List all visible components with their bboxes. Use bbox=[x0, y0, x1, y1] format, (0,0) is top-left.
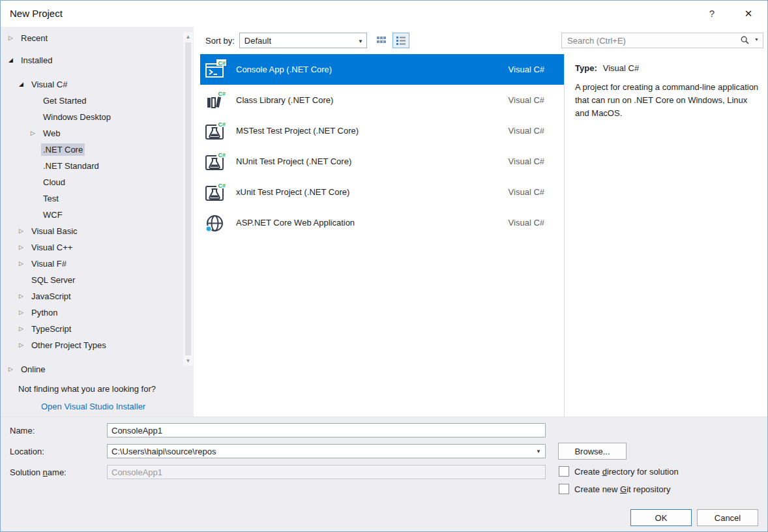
tree-item-recent[interactable]: ▷ Recent bbox=[1, 30, 194, 46]
name-label: Name: bbox=[10, 426, 35, 436]
project-name-input[interactable] bbox=[107, 423, 546, 437]
template-details-panel: Type: Visual C# A project for creating a… bbox=[564, 54, 767, 418]
tree-item-cloud[interactable]: Cloud bbox=[1, 174, 194, 190]
tree-item-online[interactable]: ▷ Online bbox=[1, 361, 194, 377]
tree-item-visual-csharp[interactable]: ◢ Visual C# bbox=[1, 76, 194, 93]
create-directory-label: Create directory for solution bbox=[574, 467, 679, 477]
svg-text:C#: C# bbox=[218, 182, 226, 188]
tree-item-visual-basic[interactable]: ▷ Visual Basic bbox=[1, 223, 194, 239]
chevron-down-icon: ▼ bbox=[358, 38, 363, 44]
location-input[interactable] bbox=[107, 444, 546, 458]
search-box: ▼ bbox=[561, 33, 763, 48]
small-icons-view-button[interactable] bbox=[373, 33, 390, 48]
project-settings-panel: Name: Location: ▼ Browse... Solution nam… bbox=[1, 417, 767, 531]
svg-text:C#: C# bbox=[218, 90, 226, 96]
tree-item-web[interactable]: ▷ Web bbox=[1, 125, 194, 141]
chevron-down-icon[interactable]: ▼ bbox=[754, 37, 759, 42]
test-flask-icon: C# bbox=[204, 151, 226, 173]
create-git-repo-label: Create new Git repository bbox=[574, 484, 670, 494]
list-view-icon bbox=[396, 36, 406, 45]
dialog-title: New Project bbox=[10, 8, 63, 19]
template-mstest-project[interactable]: C# MSTest Test Project (.NET Core) Visua… bbox=[200, 115, 564, 146]
title-bar[interactable]: New Project ? ✕ bbox=[1, 1, 767, 27]
chevron-right-icon[interactable]: ▷ bbox=[8, 361, 19, 377]
template-console-app[interactable]: C# Console App (.NET Core) Visual C# bbox=[200, 54, 564, 85]
template-aspnet-core-web-app[interactable]: ASP.NET Core Web Application Visual C# bbox=[200, 207, 564, 238]
test-flask-icon: C# bbox=[204, 181, 226, 203]
open-installer-link[interactable]: Open Visual Studio Installer bbox=[41, 402, 145, 411]
tree-item-get-started[interactable]: Get Started bbox=[1, 93, 194, 109]
chevron-expanded-icon[interactable]: ◢ bbox=[19, 76, 29, 93]
small-icons-icon bbox=[377, 36, 386, 45]
help-button[interactable]: ? bbox=[698, 1, 726, 27]
search-icon[interactable] bbox=[741, 36, 749, 46]
tree-item-visual-cpp[interactable]: ▷ Visual C++ bbox=[1, 239, 194, 256]
chevron-right-icon[interactable]: ▷ bbox=[19, 288, 29, 304]
checkbox-icon[interactable] bbox=[559, 466, 569, 477]
test-flask-icon: C# bbox=[204, 120, 226, 142]
category-sidebar: ▷ Recent ◢ Installed ◢ Visual C# Get Sta… bbox=[1, 27, 194, 418]
ok-button[interactable]: OK bbox=[630, 509, 692, 526]
tree-item-net-core[interactable]: .NET Core bbox=[1, 141, 194, 158]
scrollbar-thumb[interactable] bbox=[185, 42, 191, 355]
template-xunit-project[interactable]: C# xUnit Test Project (.NET Core) Visual… bbox=[200, 177, 564, 207]
tree-item-other-project-types[interactable]: ▷ Other Project Types bbox=[1, 337, 194, 353]
selected-category: .NET Core bbox=[41, 143, 85, 156]
create-git-repo-checkbox[interactable]: Create new Git repository bbox=[559, 484, 670, 494]
type-value: Visual C# bbox=[603, 63, 639, 73]
create-directory-checkbox[interactable]: Create directory for solution bbox=[559, 466, 679, 477]
chevron-down-icon[interactable]: ▼ bbox=[536, 449, 541, 454]
tree-item-sql-server[interactable]: SQL Server bbox=[1, 272, 194, 288]
scroll-up-icon[interactable]: ▲ bbox=[186, 32, 191, 42]
checkbox-icon[interactable] bbox=[559, 484, 569, 494]
tree-item-windows-desktop[interactable]: Windows Desktop bbox=[1, 109, 194, 125]
location-label: Location: bbox=[10, 447, 44, 457]
template-nunit-project[interactable]: C# NUnit Test Project (.NET Core) Visual… bbox=[200, 146, 564, 177]
tree-item-net-standard[interactable]: .NET Standard bbox=[1, 158, 194, 174]
web-application-globe-icon bbox=[204, 212, 226, 234]
chevron-right-icon[interactable]: ▷ bbox=[19, 337, 29, 353]
tree-item-python[interactable]: ▷ Python bbox=[1, 304, 194, 321]
chevron-right-icon[interactable]: ▷ bbox=[19, 256, 29, 272]
sidebar-scrollbar[interactable]: ▲ ▼ bbox=[183, 32, 193, 366]
svg-text:C#: C# bbox=[218, 151, 226, 158]
sort-by-value: Default bbox=[244, 36, 271, 46]
tree-item-test[interactable]: Test bbox=[1, 190, 194, 207]
solution-name-input[interactable] bbox=[107, 465, 546, 479]
cancel-button[interactable]: Cancel bbox=[697, 509, 758, 526]
sort-by-dropdown[interactable]: Default ▼ bbox=[239, 33, 367, 48]
tree-item-visual-fsharp[interactable]: ▷ Visual F# bbox=[1, 256, 194, 272]
list-view-button[interactable] bbox=[392, 33, 409, 48]
sort-by-label: Sort by: bbox=[205, 36, 235, 46]
svg-text:C#: C# bbox=[218, 121, 226, 127]
location-combobox: ▼ bbox=[107, 444, 546, 458]
template-description: A project for creating a command-line ap… bbox=[575, 81, 761, 120]
chevron-expanded-icon[interactable]: ◢ bbox=[8, 52, 19, 68]
class-library-icon: C# bbox=[204, 89, 226, 111]
dialog-body: ▷ Recent ◢ Installed ◢ Visual C# Get Sta… bbox=[1, 27, 767, 418]
solution-name-label: Solution name: bbox=[10, 467, 66, 478]
template-list: C# Console App (.NET Core) Visual C# C# bbox=[200, 54, 564, 418]
list-toolbar: Sort by: Default ▼ bbox=[194, 27, 767, 54]
template-area: C# Console App (.NET Core) Visual C# C# bbox=[194, 54, 767, 418]
template-class-library[interactable]: C# Class Library (.NET Core) Visual C# bbox=[200, 85, 564, 115]
svg-text:C#: C# bbox=[218, 59, 226, 66]
tree-item-wcf[interactable]: WCF bbox=[1, 207, 194, 223]
chevron-right-icon[interactable]: ▷ bbox=[8, 30, 19, 46]
browse-button[interactable]: Browse... bbox=[558, 443, 627, 460]
tree-item-javascript[interactable]: ▷ JavaScript bbox=[1, 288, 194, 304]
chevron-right-icon[interactable]: ▷ bbox=[31, 125, 41, 141]
scroll-down-icon[interactable]: ▼ bbox=[186, 356, 191, 366]
chevron-right-icon[interactable]: ▷ bbox=[19, 321, 29, 337]
chevron-right-icon[interactable]: ▷ bbox=[19, 304, 29, 321]
chevron-right-icon[interactable]: ▷ bbox=[19, 239, 29, 256]
search-input[interactable] bbox=[561, 33, 763, 48]
new-project-dialog: New Project ? ✕ ▷ Recent ◢ Installed ◢ V… bbox=[0, 0, 768, 532]
console-app-icon: C# bbox=[204, 59, 226, 81]
tree-item-installed[interactable]: ◢ Installed bbox=[1, 52, 194, 68]
not-finding-text: Not finding what you are looking for? bbox=[18, 384, 194, 394]
close-button[interactable]: ✕ bbox=[735, 1, 762, 27]
tree-item-typescript[interactable]: ▷ TypeScript bbox=[1, 321, 194, 337]
main-area: Sort by: Default ▼ bbox=[194, 27, 767, 418]
chevron-right-icon[interactable]: ▷ bbox=[19, 223, 29, 239]
